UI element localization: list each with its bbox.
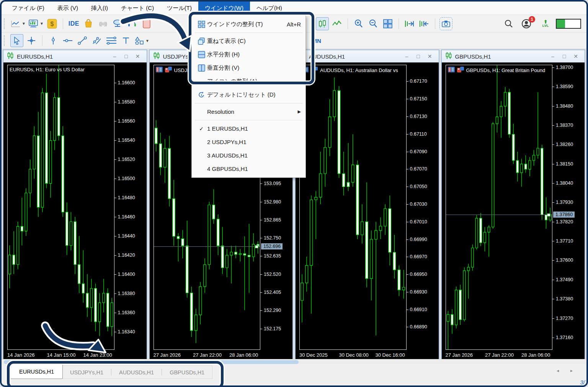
horizontal-scrollbar-thumb[interactable] <box>4 360 299 364</box>
window-menu-item-12[interactable]: 2 USDJPYs,H1 <box>192 135 305 149</box>
price-tick-label: 1.16600 <box>118 80 135 85</box>
candlestick-series <box>8 65 114 349</box>
maximize-button[interactable]: □ <box>413 53 424 59</box>
shapes-tool-button[interactable]: ▼ <box>134 34 150 47</box>
minimize-button[interactable]: – <box>401 53 413 59</box>
news-button[interactable] <box>140 17 153 30</box>
tile-windows-button[interactable] <box>381 17 394 30</box>
maximize-button[interactable]: □ <box>559 53 570 59</box>
cursor-tool-button[interactable] <box>10 34 23 47</box>
one-click-trading-icon[interactable] <box>311 67 318 74</box>
window-menu-item-6[interactable]: アイコンの整列 (A) <box>192 75 305 88</box>
chart-tab-USDJPYs,H1[interactable]: USDJPYs,H1 <box>62 366 111 379</box>
window-menu-item-1[interactable]: ウインドウの整列 (T)Alt+R <box>192 18 305 31</box>
window-menu-item-3[interactable]: 重ねて表示 (C) <box>192 34 305 48</box>
close-button[interactable]: ✕ <box>132 53 144 59</box>
price-tick-label: 152.405 <box>264 290 281 295</box>
chart-tab-EURUSDs,H1[interactable]: EURUSDs,H1 <box>10 364 63 379</box>
timeframe-mn-button[interactable]: MN <box>312 38 321 44</box>
search-button[interactable] <box>502 17 515 30</box>
algo-trading-button[interactable]: $ <box>46 17 59 30</box>
chart-plot[interactable] <box>7 65 114 350</box>
window-menu-item-4[interactable]: 水平分割 (H) <box>192 48 305 61</box>
chart-profiles-button[interactable]: ▼ <box>28 17 44 30</box>
close-button[interactable]: ✕ <box>570 53 581 59</box>
axis-tick-mark <box>114 274 116 275</box>
metaeditor-ide-button[interactable]: IDE <box>67 17 80 30</box>
price-tick-label: 1.16340 <box>118 329 135 335</box>
window-menu-item-13[interactable]: 3 AUDUSDs,H1 <box>192 149 305 162</box>
shift-chart-back-button[interactable] <box>418 17 431 30</box>
time-axis: 27 Jan 202627 Jan 22:0028 Jan 06:00 <box>154 351 261 359</box>
menubar-item-1[interactable]: ファイル (F) <box>5 2 51 15</box>
chart-tab-AUDUSDs,H1[interactable]: AUDUSDs,H1 <box>111 366 162 379</box>
text-tool-button[interactable] <box>119 34 132 47</box>
minimize-button[interactable]: – <box>109 53 121 59</box>
support-chat-button[interactable] <box>126 17 139 30</box>
candlestick-mode-button[interactable] <box>316 17 329 30</box>
window-controls: –□✕ <box>109 53 144 59</box>
window-menu-item-14[interactable]: 4 GBPUSDs,H1 <box>192 162 305 175</box>
level-button[interactable]: ⬆LVL <box>539 17 552 30</box>
menubar-item-5[interactable]: ツール(T) <box>160 2 198 15</box>
screenshot-button[interactable] <box>439 17 452 30</box>
chart-tab-GBPUSDs,H1[interactable]: GBPUSDs,H1 <box>162 366 212 379</box>
line-mode-button[interactable] <box>330 17 343 30</box>
window-menu-item-11[interactable]: ✓1 EURUSDs,H1 <box>192 122 305 135</box>
crosshair-icon <box>27 36 36 45</box>
tab-scroll-left-icon[interactable]: ◄ <box>556 369 560 373</box>
window-menu-item-9[interactable]: Resolution▶ <box>192 105 305 118</box>
axis-tick-mark <box>260 202 262 202</box>
shift-chart-end-button[interactable] <box>403 17 416 30</box>
window-menu-dropdown: ウインドウの整列 (T)Alt+R重ねて表示 (C)水平分割 (H)垂直分割 (… <box>191 15 306 178</box>
toolbar-grip[interactable] <box>4 18 7 29</box>
vertical-line-tool-button[interactable] <box>47 34 60 47</box>
horizontal-line-tool-button[interactable] <box>61 34 74 47</box>
zoom-in-button[interactable] <box>352 17 365 30</box>
price-tick-label: 1.16460 <box>118 214 135 220</box>
trendline-tool-button[interactable] <box>76 34 89 47</box>
channel-tool-button[interactable] <box>90 34 103 47</box>
one-click-trading-icon[interactable] <box>457 67 464 74</box>
network-icon <box>112 19 123 28</box>
window-titlebar[interactable]: GBPUSDs,H1–□✕ <box>442 50 585 62</box>
price-tick-label: 1.16420 <box>118 253 135 258</box>
new-chart-button[interactable]: ▼ <box>10 17 26 30</box>
shift-back-icon <box>418 19 430 28</box>
divider <box>435 18 435 29</box>
menubar-item-7[interactable]: ヘルプ(H) <box>250 2 289 15</box>
maximize-button[interactable]: □ <box>121 53 132 59</box>
depth-of-market-icon[interactable] <box>448 67 455 74</box>
minimize-button[interactable]: – <box>547 53 559 59</box>
close-button[interactable]: ✕ <box>424 53 436 59</box>
depth-of-market-icon[interactable] <box>156 67 163 74</box>
ide-label: IDE <box>69 20 79 27</box>
chart-plot[interactable] <box>446 65 553 350</box>
axis-tick-mark <box>260 292 262 293</box>
axis-tick-mark <box>260 184 262 184</box>
menubar-item-4[interactable]: チャート (C) <box>114 2 160 15</box>
price-tick-label: 1.37710 <box>556 238 573 244</box>
price-tick-label: 1.16560 <box>118 118 135 124</box>
menubar-item-2[interactable]: 表示 (V) <box>51 2 85 15</box>
crosshair-tool-button[interactable] <box>25 34 38 47</box>
menu-item-label: 4 GBPUSDs,H1 <box>207 166 248 172</box>
menubar-item-3[interactable]: 挿入(I) <box>85 2 114 15</box>
window-menu-item-5[interactable]: 垂直分割 (V) <box>192 61 305 75</box>
vps-button[interactable] <box>111 17 124 30</box>
menubar-item-6[interactable]: ウインドウ(W) <box>198 2 250 15</box>
fibonacci-tool-button[interactable] <box>105 34 118 47</box>
signal-icon: ((o)) <box>99 21 107 26</box>
window-titlebar[interactable]: AUDUSDs,H1–□✕ <box>296 50 439 62</box>
chart-plot[interactable] <box>299 65 407 350</box>
menu-separator <box>195 120 302 120</box>
market-button[interactable] <box>82 17 95 30</box>
zoom-out-button[interactable] <box>367 17 380 30</box>
window-menu-item-7[interactable]: デフォルトにリセット (D) <box>192 88 305 102</box>
toolbar-grip[interactable] <box>4 35 7 46</box>
tab-scroll-right-icon[interactable]: ► <box>570 369 573 373</box>
window-titlebar[interactable]: EURUSDs,H1–□✕ <box>3 50 147 62</box>
signals-button[interactable]: ((o)) <box>96 17 109 30</box>
one-click-trading-icon[interactable] <box>165 67 172 74</box>
user-account-button[interactable]: 1 <box>520 17 533 30</box>
